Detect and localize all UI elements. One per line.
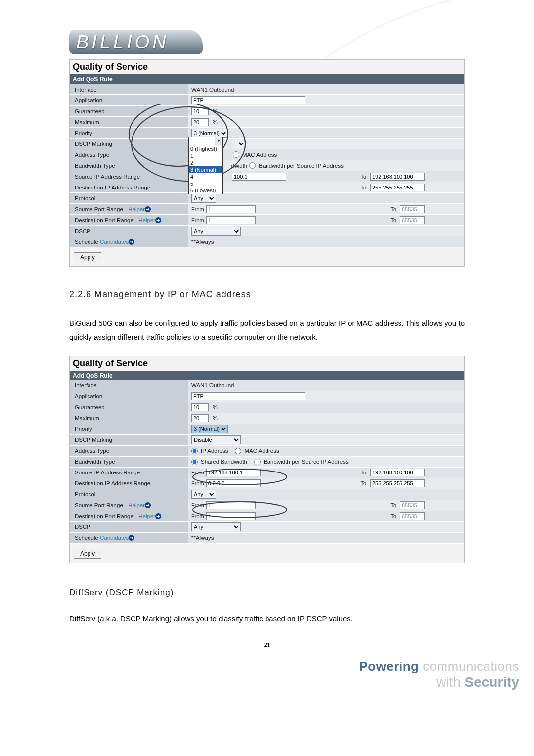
guaranteed-input-2[interactable] [191, 403, 209, 411]
helper-icon[interactable]: ➜ [129, 535, 134, 541]
chevron-down-icon[interactable]: ▾ [215, 137, 222, 145]
helper-icon[interactable]: ➜ [129, 239, 134, 245]
logo-text: BILLION [76, 32, 169, 53]
page-number: 21 [69, 641, 465, 649]
src-port-from[interactable] [206, 205, 256, 213]
qos-panel-1: Quality of Service Add QoS Rule Interfac… [69, 59, 465, 267]
dropdown-option-2[interactable]: 2 [189, 159, 222, 166]
percent-label: % [213, 108, 218, 114]
helper-icon[interactable]: ➜ [145, 502, 151, 508]
heading-226: 2.2.6 Management by IP or MAC address [69, 289, 465, 300]
ip-address-radio-2[interactable] [191, 448, 198, 454]
helper-icon[interactable]: ➜ [155, 217, 161, 223]
protocol-select[interactable]: Any [191, 194, 216, 203]
label-protocol: Protocol [70, 193, 188, 203]
dst-ip-to[interactable] [370, 184, 425, 191]
dropdown-selected [189, 137, 215, 145]
dropdown-option-0[interactable]: 0 (Highest) [189, 145, 222, 152]
dscp-marking-dropdown-open[interactable]: ▾ 0 (Highest) 1 2 3 (Normal) 4 5 6 (Lowe… [188, 137, 223, 194]
dst-ip-to-2[interactable] [370, 479, 425, 487]
label-dscp: DSCP [70, 226, 188, 236]
label-src-ip: Source IP Address Range [70, 171, 188, 182]
src-port-from-2[interactable] [206, 501, 256, 509]
protocol-select-2[interactable]: Any [191, 490, 216, 499]
candidates-link[interactable]: Candidates [100, 239, 129, 245]
application-input-2[interactable] [191, 392, 305, 400]
schedule-value: **Always [191, 239, 214, 245]
priority-select-2[interactable]: 3 (Normal) [191, 425, 228, 433]
bw-per-src-radio-2[interactable] [254, 459, 261, 465]
value-interface: WAN1 Outbound [191, 87, 234, 93]
helper-icon[interactable]: ➜ [155, 513, 161, 519]
shared-bw-radio-2[interactable] [191, 459, 198, 465]
dscp-select-2[interactable]: Any [191, 522, 241, 531]
bw-partial: dwidth [231, 163, 247, 169]
label-schedule: Schedule Candidates ➜ [70, 236, 188, 247]
body-226: BiGuard 50G can also be configured to ap… [69, 316, 465, 345]
label-priority: Priority [70, 128, 188, 138]
label-guaranteed: Guaranteed [70, 106, 188, 116]
label-dst-port: Destination Port Range Helper ➜ [70, 215, 188, 225]
dropdown-option-1[interactable]: 1 [189, 152, 222, 159]
secondary-select[interactable] [236, 140, 246, 148]
bw-per-src-radio[interactable] [249, 162, 256, 169]
label-dst-ip: Destination IP Address Range [70, 182, 188, 192]
label-maximum: Maximum [70, 117, 188, 127]
body-diffserv: DiffServ (a.k.a. DSCP Marking) allows yo… [69, 612, 465, 626]
helper-link[interactable]: Helper [128, 206, 145, 212]
label-address-type: Address Type [70, 149, 188, 160]
dscp-marking-select-2[interactable]: Disable [191, 435, 241, 444]
billion-logo: BILLION [69, 30, 203, 54]
apply-button[interactable]: Apply [74, 252, 101, 262]
dst-port-from-2[interactable] [206, 512, 256, 520]
src-ip-to[interactable] [370, 173, 425, 181]
src-ip-to-2[interactable] [370, 469, 425, 476]
apply-button-2[interactable]: Apply [74, 549, 101, 559]
src-port-to[interactable] [400, 205, 425, 213]
qos-title: Quality of Service [70, 60, 464, 74]
src-ip-from[interactable] [232, 173, 286, 181]
mac-address-radio-2[interactable] [235, 448, 241, 454]
maximum-input-2[interactable] [191, 414, 209, 422]
dropdown-option-4[interactable]: 4 [189, 173, 222, 180]
dst-port-to[interactable] [400, 216, 425, 224]
dst-port-to-2[interactable] [400, 512, 425, 520]
label-interface: Interface [70, 84, 188, 94]
dropdown-option-3[interactable]: 3 (Normal) [189, 166, 222, 173]
label-src-port: Source Port Range Helper ➜ [70, 204, 188, 214]
heading-diffserv: DiffServ (DSCP Marking) [69, 588, 465, 598]
dropdown-option-6[interactable]: 6 (Lowest) [189, 187, 222, 194]
maximum-input[interactable] [191, 118, 209, 126]
guaranteed-input[interactable] [191, 107, 209, 115]
label-bandwidth-type: Bandwidth Type [70, 160, 188, 171]
helper-icon[interactable]: ➜ [145, 206, 151, 212]
powering-tagline: Powering communications with Security [359, 659, 519, 690]
label-application: Application [70, 95, 188, 105]
dst-port-from[interactable] [206, 216, 256, 224]
dst-ip-from-2[interactable] [206, 479, 261, 487]
label-dscp-marking: DSCP Marking [70, 139, 188, 149]
src-ip-from-2[interactable] [206, 469, 261, 476]
application-input[interactable] [191, 96, 305, 104]
dscp-select[interactable]: Any [191, 227, 241, 236]
qos-panel-2: Quality of Service Add QoS Rule Interfac… [69, 356, 465, 563]
mac-address-radio[interactable] [233, 151, 239, 158]
qos-subtitle: Add QoS Rule [70, 74, 464, 84]
src-port-to-2[interactable] [400, 501, 425, 509]
dropdown-option-5[interactable]: 5 [189, 180, 222, 187]
